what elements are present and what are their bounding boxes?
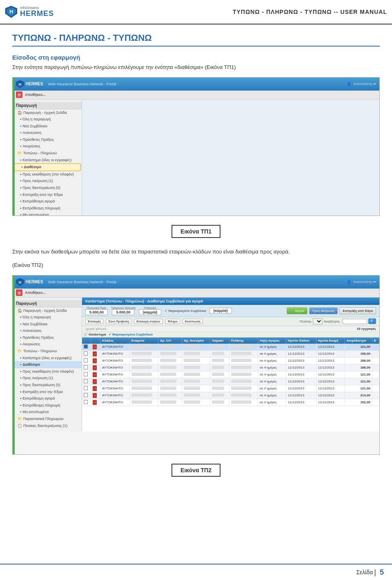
table-row[interactable]: ▪ΑΥΤΟΚΙΝΗΤΟσε 4 ημέρες11/12/201311/12/20… (82, 399, 379, 406)
mini-table-body: ▪ΑΥΤΟΚΙΝΗΤΟσε 4 ημέρες11/12/201311/12/20… (82, 344, 379, 406)
search-input[interactable] (343, 319, 367, 324)
td-e (372, 378, 379, 385)
table-row[interactable]: ▪ΑΥΤΟΚΙΝΗΤΟσε 4 ημέρες11/12/201311/12/20… (82, 385, 379, 392)
mini-sidebar-item-extras[interactable]: ▪ Πρόσθετες Πράξεις (13, 136, 82, 143)
agora-button[interactable]: 🛒 Αγορά (287, 307, 307, 314)
mini-sidebar2-item-cancel[interactable]: ▪Ακυρώσεις (13, 341, 82, 348)
ektyposi-btn[interactable]: Εκτύπωση (183, 319, 203, 324)
mini-nav-link-web-2[interactable]: Web Insurance Business Network - Portal … (48, 280, 118, 284)
table-row[interactable]: ▪ΑΥΤΟΚΙΝΗΤΟσε 4 ημέρες11/12/201311/12/20… (82, 364, 379, 371)
td-e (372, 399, 379, 406)
mini-sidebar2-item-ekpplirom[interactable]: ▪Εκπρόθεσμη πληρωμή (13, 402, 82, 409)
td-check[interactable] (82, 344, 91, 351)
mini-nav-link-web[interactable]: Web Insurance Business Network - Portal … (48, 82, 118, 86)
td-check[interactable] (82, 399, 91, 406)
td-lixiagoras: σε 4 ημέρες (258, 385, 286, 392)
td-pelatis (229, 350, 258, 357)
svg-text:H: H (19, 280, 22, 284)
table-row[interactable]: ▪ΑΥΤΟΚΙΝΗΤΟσε 4 ημέρες11/12/201311/12/20… (82, 392, 379, 399)
doc-icon: ▪ (93, 386, 97, 391)
table-row[interactable]: ▪ΑΥΤΟΚΙΝΗΤΟσε 4 ημέρες11/12/201311/12/20… (82, 378, 379, 385)
svg-text:H: H (19, 82, 22, 87)
mini-sidebar-item-cancel[interactable]: ▪ Ακυρώσεις (13, 143, 82, 150)
mini-login-btn-2[interactable]: Αποσύνδεση ➡ (354, 280, 376, 284)
td-check[interactable] (82, 350, 91, 357)
mini-sidebar2-item-new[interactable]: ▪Νέα Συμβόλαια (13, 321, 82, 328)
synt-btn[interactable]: Σύντ.Προβολή (106, 319, 131, 324)
mini-sidebar2-item-katastima[interactable]: ▪Κατάστημα (όλες οι εγγραφές) (13, 355, 82, 362)
eisp-button[interactable]: Εισπράξη από Έδρα (339, 307, 376, 314)
td-check[interactable] (82, 371, 91, 378)
filtro-btn[interactable]: Φίλτρο (165, 319, 180, 324)
pros-akyrosi-button[interactable]: Προς Ακύρωση (309, 307, 338, 314)
mini-sidebar2-item-miektyp[interactable]: ▪Μη εκτυπωμένα (13, 409, 82, 416)
mini-login-btn[interactable]: Αποσύνδεση ➡ (354, 82, 376, 86)
mini-sidebar-item-all[interactable]: ▪ Όλη η παραγωγή (13, 116, 82, 123)
pelatis-select[interactable] (313, 318, 323, 324)
td-asfalistra: 188,00 (345, 357, 372, 364)
epiloges-btn[interactable]: Επιλογές (85, 319, 103, 324)
katastima-label: 🛒 Κατάστημα (84, 333, 106, 336)
section2-sub: (Εικόνα ΤΠ2) (12, 261, 380, 269)
mini-sidebar-item-ekkath[interactable]: ▪ Προς εκκαθάριση (στο πλαφόν) (13, 171, 82, 178)
mini-sidebar-item-home[interactable]: 🏠 Παραγωγή - Αρχική Σελίδα (13, 109, 82, 116)
mini-field-trexousa: Τρέχουσα πίστωση 5.000,00 (111, 307, 136, 315)
table-row[interactable]: ▪ΑΥΤΟΚΙΝΗΤΟσε 4 ημέρες11/12/201311/12/20… (82, 344, 379, 351)
td-arsl (158, 357, 182, 364)
td-check[interactable] (82, 357, 91, 364)
mini-sidebar2-item-eisp[interactable]: ▪Εισπράξη από την Έδρα (13, 389, 82, 396)
mini-sidebar2-item-typono[interactable]: 📁 Τυπώνω - Πληρώνω (13, 348, 82, 355)
table-row[interactable]: ▪ΑΥΤΟΚΙΝΗΤΟσε 4 ημέρες11/12/201311/12/20… (82, 357, 379, 364)
td-etaireia (129, 392, 158, 399)
mini-sidebar-item-eisp[interactable]: ▪ Εισπράξη από την Έδρα (13, 191, 82, 198)
mini-apotheusi-label-2: Αποθήκευ... (25, 291, 46, 295)
mini-sidebar2-item-akyrosi[interactable]: ▪Προς Ακύρωση (1) (13, 375, 82, 382)
mini-sidebar2-item-ekpagora[interactable]: ▪Εκπρόθεσμη αγορά (13, 395, 82, 402)
store-icon: ▪ (20, 158, 21, 163)
mini-sidebar2-item-ekkath[interactable]: ▪Προς εκκαθάριση (στο πλαφόν) (13, 368, 82, 375)
print-icon: ▪ (20, 212, 21, 216)
mini-sidebar-item-ekpplirom[interactable]: ▪ Εκπρόθεσμη πληρωμή (13, 205, 82, 212)
mini-sidebar2-item-home[interactable]: 🏠 Παραγωγή - Αρχική Σελίδα (13, 307, 82, 314)
td-xarakt (210, 399, 229, 406)
td-check[interactable] (82, 392, 91, 399)
td-arsl (158, 371, 182, 378)
mini-sidebar-item-new[interactable]: ▪ Νέα Συμβόλαια (13, 123, 82, 130)
mini-sidebar-item-akyrosi[interactable]: ▪ Προς Ακύρωση (1) (13, 178, 82, 184)
mini-sidebar2-item-extras[interactable]: ▪Πρόσθετες Πράξεις (13, 334, 82, 341)
table-row[interactable]: ▪ΑΥΤΟΚΙΝΗΤΟσε 4 ημέρες11/12/201311/12/20… (82, 350, 379, 357)
screenshot-tp2: H HERMES Web Insurance Business Network … (12, 275, 380, 455)
td-check[interactable] (82, 364, 91, 371)
mini-sidebar-item-diekp[interactable]: ▪ Προς διεκπεραίωση (5) (13, 184, 82, 191)
mini-app-1: H HERMES Web Insurance Business Network … (13, 78, 379, 216)
mini-sidebar-item-renewals[interactable]: ▪ Ανανεώσεις (13, 129, 82, 136)
td-e (372, 392, 379, 399)
search-button[interactable]: 🔍 (368, 318, 376, 324)
mini-sidebar2-item-renewals[interactable]: ▪Ανανεώσεις (13, 327, 82, 334)
td-enarxi: 11/12/2013 (316, 371, 345, 378)
mini-sidebar2-item-parastatikaplirom[interactable]: 📁 Παραστατικά Πληρωμών (13, 416, 82, 422)
logo-text: InfoDreams HERMES (20, 6, 54, 18)
available-icon: ▪ (21, 164, 22, 170)
th-arsl: Αρ. Σ/Λ (158, 338, 182, 344)
td-aranenr (182, 350, 210, 357)
mini-sidebar2-item-all[interactable]: ▪Όλη η παραγωγή (13, 314, 82, 321)
td-lixiagoras: σε 4 ημέρες (258, 357, 286, 364)
td-lixiagoras: σε 4 ημέρες (258, 399, 286, 406)
mini-sidebar-item-katastima[interactable]: ▪ Κατάστημα (όλες οι εγγραφές) (13, 157, 82, 164)
td-check[interactable] (82, 385, 91, 392)
td-e (372, 364, 379, 371)
mini-action-buttons: 🛒 Αγορά Προς Ακύρωση Εισπράξη από Έδρα (287, 307, 376, 314)
table-row[interactable]: ▪ΑΥΤΟΚΙΝΗΤΟσε 4 ημέρες11/12/201311/12/20… (82, 371, 379, 378)
mini-sidebar2-item-diathesimo[interactable]: ▪ Διαθέσιμο (13, 361, 82, 368)
mini-main-content: Κατάστημα (Τυπώνω - Πληρώνω) - Διαθέσιμα… (82, 298, 379, 432)
mini-sidebar-item-diathesimo[interactable]: ▪ Διαθέσιμο (13, 163, 81, 171)
td-check[interactable] (82, 378, 91, 385)
td-ekdosi: 11/12/2013 (286, 392, 316, 399)
mini-sidebar-item-ekpagora[interactable]: ▪ Εκπρόθεσμη αγορά (13, 198, 82, 205)
mini-sidebar-item-miektyp[interactable]: ▪ Μη εκτυπωμένα (13, 211, 82, 216)
mini-sidebar2-item-diekp[interactable]: ▪Προς διεκπεραίωση (5) (13, 382, 82, 389)
mini-sidebar-item-typono[interactable]: 📁 Τυπώνω - Πληρώνω (13, 150, 82, 157)
epilogi-stylon-btn[interactable]: Επιλογή στηλών (134, 319, 163, 324)
mini-sidebar2-item-pinakdiekp[interactable]: 📋 Πίνακας διεκπεραίωσης (1) (13, 422, 82, 429)
